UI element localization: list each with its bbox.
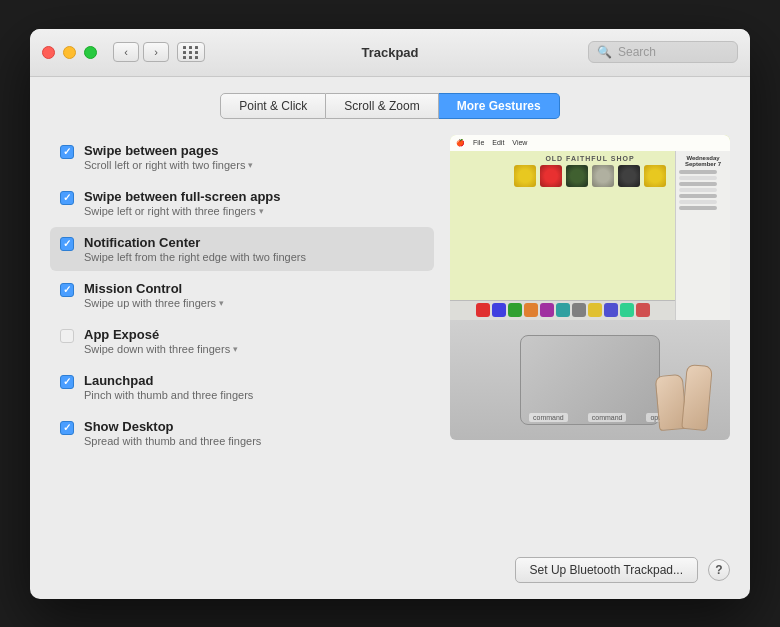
checkbox-show-desktop[interactable] xyxy=(60,421,74,435)
dock-icon-10 xyxy=(620,303,634,317)
setting-title-mission-control: Mission Control xyxy=(84,281,424,296)
tab-bar: Point & Click Scroll & Zoom More Gesture… xyxy=(50,93,730,119)
notif-line-4 xyxy=(679,188,717,192)
shop-item-plant xyxy=(566,165,588,187)
setting-mission-control[interactable]: Mission Control Swipe up with three fing… xyxy=(50,273,434,317)
dock-icon-1 xyxy=(476,303,490,317)
notif-line-7 xyxy=(679,206,717,210)
shop-item-2 xyxy=(644,165,666,187)
tab-more-gestures[interactable]: More Gestures xyxy=(439,93,560,119)
setting-title-swipe-pages: Swipe between pages xyxy=(84,143,424,158)
chevron-down-icon-4: ▾ xyxy=(233,344,238,354)
minimize-button[interactable] xyxy=(63,46,76,59)
setting-desc-show-desktop: Spread with thumb and three fingers xyxy=(84,435,424,447)
setting-notification-center[interactable]: Notification Center Swipe left from the … xyxy=(50,227,434,271)
search-icon: 🔍 xyxy=(597,45,612,59)
close-button[interactable] xyxy=(42,46,55,59)
preview-dock xyxy=(450,300,675,320)
tab-point-click[interactable]: Point & Click xyxy=(220,93,326,119)
setting-text-swipe-fullscreen: Swipe between full-screen apps Swipe lef… xyxy=(84,189,424,217)
trackpad-surface: command command option xyxy=(520,335,660,425)
preview-area: 🍎FileEditView OLD FAITHFUL SHOP xyxy=(450,135,730,545)
checkbox-swipe-fullscreen[interactable] xyxy=(60,191,74,205)
command-key-label: command xyxy=(529,413,568,422)
trackpad-area: command command option xyxy=(450,320,730,440)
key-labels: command command option xyxy=(529,413,674,422)
bottom-bar: Set Up Bluetooth Trackpad... ? xyxy=(50,545,730,583)
setting-show-desktop[interactable]: Show Desktop Spread with thumb and three… xyxy=(50,411,434,455)
setting-text-launchpad: Launchpad Pinch with thumb and three fin… xyxy=(84,373,424,401)
notif-line-3 xyxy=(679,182,717,186)
setting-swipe-fullscreen[interactable]: Swipe between full-screen apps Swipe lef… xyxy=(50,181,434,225)
setting-app-expose[interactable]: App Exposé Swipe down with three fingers… xyxy=(50,319,434,363)
checkbox-app-expose[interactable] xyxy=(60,329,74,343)
search-box[interactable]: 🔍 Search xyxy=(588,41,738,63)
setting-launchpad[interactable]: Launchpad Pinch with thumb and three fin… xyxy=(50,365,434,409)
bluetooth-setup-button[interactable]: Set Up Bluetooth Trackpad... xyxy=(515,557,698,583)
shop-item-watermelon xyxy=(540,165,562,187)
back-button[interactable]: ‹ xyxy=(113,42,139,62)
dock-icon-7 xyxy=(572,303,586,317)
shop-item-bucket xyxy=(592,165,614,187)
setting-title-swipe-fullscreen: Swipe between full-screen apps xyxy=(84,189,424,204)
nav-buttons: ‹ › xyxy=(113,42,169,62)
help-button[interactable]: ? xyxy=(708,559,730,581)
setting-desc-swipe-pages: Scroll left or right with two fingers ▾ xyxy=(84,159,424,171)
setting-text-notification-center: Notification Center Swipe left from the … xyxy=(84,235,424,263)
dock-icon-11 xyxy=(636,303,650,317)
checkbox-notification-center[interactable] xyxy=(60,237,74,251)
shop-items xyxy=(514,165,666,187)
search-placeholder: Search xyxy=(618,45,656,59)
content-area: Point & Click Scroll & Zoom More Gesture… xyxy=(30,77,750,599)
window-title: Trackpad xyxy=(361,45,418,60)
grid-button[interactable] xyxy=(177,42,205,62)
notif-line-2 xyxy=(679,176,717,180)
setting-desc-app-expose: Swipe down with three fingers ▾ xyxy=(84,343,424,355)
setting-title-app-expose: App Exposé xyxy=(84,327,424,342)
setting-title-show-desktop: Show Desktop xyxy=(84,419,424,434)
dock-icon-5 xyxy=(540,303,554,317)
checkbox-swipe-pages[interactable] xyxy=(60,145,74,159)
notif-line-6 xyxy=(679,200,717,204)
dock-icon-2 xyxy=(492,303,506,317)
dock-icon-9 xyxy=(604,303,618,317)
chevron-down-icon-3: ▾ xyxy=(219,298,224,308)
dock-icon-3 xyxy=(508,303,522,317)
shop-item-pineapple xyxy=(514,165,536,187)
command-key-label-2: command xyxy=(588,413,627,422)
checkbox-mission-control[interactable] xyxy=(60,283,74,297)
setting-desc-swipe-fullscreen: Swipe left or right with three fingers ▾ xyxy=(84,205,424,217)
dock-icon-4 xyxy=(524,303,538,317)
setting-desc-launchpad: Pinch with thumb and three fingers xyxy=(84,389,424,401)
setting-swipe-pages[interactable]: Swipe between pages Scroll left or right… xyxy=(50,135,434,179)
shop-title: OLD FAITHFUL SHOP xyxy=(545,155,634,162)
settings-list: Swipe between pages Scroll left or right… xyxy=(50,135,434,545)
notification-panel: Wednesday September 7 xyxy=(675,151,730,320)
preview-menubar: 🍎FileEditView xyxy=(450,135,730,151)
finger-2 xyxy=(681,363,713,430)
checkbox-launchpad[interactable] xyxy=(60,375,74,389)
setting-text-swipe-pages: Swipe between pages Scroll left or right… xyxy=(84,143,424,171)
setting-title-launchpad: Launchpad xyxy=(84,373,424,388)
tab-scroll-zoom[interactable]: Scroll & Zoom xyxy=(326,93,438,119)
notif-line-1 xyxy=(679,170,717,174)
setting-text-show-desktop: Show Desktop Spread with thumb and three… xyxy=(84,419,424,447)
shop-item-bottles xyxy=(618,165,640,187)
preview-screen-image: 🍎FileEditView OLD FAITHFUL SHOP xyxy=(450,135,730,320)
traffic-lights xyxy=(42,46,97,59)
chevron-down-icon-2: ▾ xyxy=(259,206,264,216)
setting-text-app-expose: App Exposé Swipe down with three fingers… xyxy=(84,327,424,355)
preview-screen: 🍎FileEditView OLD FAITHFUL SHOP xyxy=(450,135,730,320)
dock-icon-8 xyxy=(588,303,602,317)
setting-text-mission-control: Mission Control Swipe up with three fing… xyxy=(84,281,424,309)
setting-title-notification-center: Notification Center xyxy=(84,235,424,250)
maximize-button[interactable] xyxy=(84,46,97,59)
setting-desc-notification-center: Swipe left from the right edge with two … xyxy=(84,251,424,263)
dock-icon-6 xyxy=(556,303,570,317)
titlebar: ‹ › Trackpad 🔍 Search xyxy=(30,29,750,77)
main-panel: Swipe between pages Scroll left or right… xyxy=(50,135,730,545)
notif-date: Wednesday September 7 xyxy=(679,155,727,167)
forward-button[interactable]: › xyxy=(143,42,169,62)
notif-line-5 xyxy=(679,194,717,198)
setting-desc-mission-control: Swipe up with three fingers ▾ xyxy=(84,297,424,309)
